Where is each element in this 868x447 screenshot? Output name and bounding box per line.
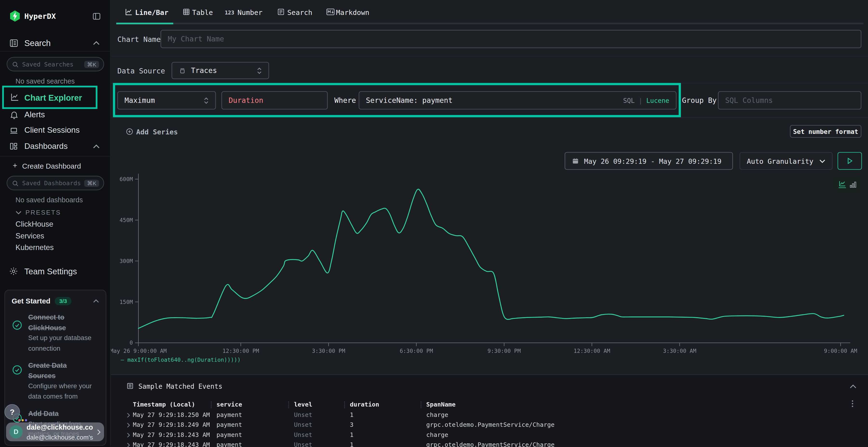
expand-row-icon[interactable] [127,413,130,418]
sidebar-item-search[interactable]: Search [24,38,51,47]
hyperdx-app: HyperDX Search Saved Searches ⌘K No save… [0,0,868,447]
preset-kubernetes[interactable]: Kubernetes [16,243,54,251]
search-icon [11,179,19,187]
svg-text:May 26 9:00:00 AM: May 26 9:00:00 AM [110,348,167,354]
checklist-item-data-sources[interactable]: Create Data Sources Configure where your… [11,360,99,401]
sample-events-panel: Sample Matched Events Timestamp (Local) … [111,374,868,447]
where-label: Where [334,96,356,104]
column-header-service[interactable]: service [217,401,242,408]
tab-table[interactable]: Table [192,8,213,16]
metric-value: Duration [228,96,263,104]
plus-circle-icon [126,128,133,135]
select-caret-icon [204,97,209,104]
metric-field[interactable]: Duration [221,91,328,110]
language-toggle-lucene[interactable]: Lucene [646,97,669,104]
granularity-value: Auto Granularity [747,157,819,165]
svg-text:3:30:00 AM: 3:30:00 AM [663,348,696,354]
cell-service: payment [217,441,242,447]
presets-section-label[interactable]: PRESETS [26,209,61,216]
saved-searches-input[interactable]: Saved Searches ⌘K [7,57,104,71]
no-saved-searches-text: No saved searches [16,77,75,85]
cell-timestamp: May 27 9:29:18.243 AM [133,441,210,447]
avatar: D [9,425,23,439]
sidebar-item-client-sessions[interactable]: Client Sessions [24,126,80,134]
where-input[interactable]: ServiceName: payment SQL | Lucene [359,91,677,110]
checklist-title: Add Data [28,410,59,417]
cell-spanname: charge [426,411,448,419]
data-source-select[interactable]: Traces [172,62,269,79]
saved-dashboards-input[interactable]: Saved Dashboards ⌘K [7,176,104,190]
aggregation-select[interactable]: Maximum [117,91,216,110]
database-icon [179,67,186,74]
date-range-value: May 26 09:29:19 - May 27 09:29:19 [584,157,721,165]
dashboards-icon [9,142,18,151]
saved-dashboards-placeholder: Saved Dashboards [22,179,81,187]
svg-text:0: 0 [129,340,133,346]
svg-text:450M: 450M [120,217,133,223]
set-number-format-button[interactable]: Set number format [790,125,861,138]
cell-timestamp: May 27 9:29:18.250 AM [133,411,210,419]
confetti-icon [18,419,27,421]
column-header-level[interactable]: level [294,401,312,408]
column-separator[interactable] [288,402,289,408]
collapse-panel-icon[interactable] [850,384,857,389]
kebab-menu-icon[interactable] [851,400,854,408]
tab-underline-active [116,23,173,24]
chevron-up-icon[interactable] [93,299,99,303]
collapse-sidebar-icon[interactable] [92,11,101,21]
divider [111,83,868,83]
column-separator[interactable] [211,402,212,408]
data-source-label: Data Source [117,67,165,75]
check-circle-icon [11,319,23,353]
column-header-duration[interactable]: duration [350,401,379,408]
set-number-format-label: Set number format [793,128,858,135]
group-by-input[interactable] [718,91,862,110]
bell-icon [9,110,19,119]
tab-markdown[interactable]: Markdown [336,8,369,16]
chevron-up-icon[interactable] [93,144,100,148]
checklist-title: Create Data Sources [28,362,67,380]
expand-row-icon[interactable] [127,442,130,447]
checklist-item-connect[interactable]: Connect to ClickHouse Set up your databa… [11,312,99,353]
tab-search[interactable]: Search [287,8,312,16]
timeseries-chart[interactable]: 0150M300M450M600MMay 26 9:00:00 AM12:30:… [111,166,863,359]
search-tab-icon [277,8,285,16]
chevron-down-icon [819,159,825,163]
chevron-down-icon[interactable] [16,211,22,215]
expand-row-icon[interactable] [127,422,130,428]
checklist-title: Connect to ClickHouse [28,314,66,332]
sidebar-item-team-settings[interactable]: Team Settings [24,267,77,276]
divider [0,156,111,156]
user-menu[interactable]: D dale@clickhouse.com dale@clickhouse.co… [6,422,104,441]
chart-line-icon [10,92,19,102]
language-toggle-sql[interactable]: SQL [623,97,635,104]
chart-name-input[interactable] [161,30,862,48]
sample-events-title: Sample Matched Events [138,383,222,390]
aggregation-value: Maximum [125,96,204,104]
preset-services[interactable]: Services [16,232,44,240]
expand-row-icon[interactable] [127,432,130,438]
cell-level: Unset [294,441,312,447]
cell-duration: 1 [350,431,353,439]
list-icon [126,382,134,390]
cell-spanname: grpc.oteldemo.PaymentService/Charge [426,421,555,428]
svg-text:6:30:00 PM: 6:30:00 PM [400,348,433,354]
column-separator[interactable] [421,402,421,408]
app-title: HyperDX [24,11,56,21]
sidebar-item-alerts[interactable]: Alerts [24,110,45,119]
sidebar-item-dashboards[interactable]: Dashboards [24,142,68,150]
add-series-button[interactable]: Add Series [136,128,178,136]
svg-text:9:00:00 AM: 9:00:00 AM [824,348,857,354]
column-separator[interactable] [344,402,345,408]
sidebar-item-chart-explorer[interactable]: Chart Explorer [24,93,82,102]
chart-legend[interactable]: — maxIf(toFloat640..ng(Duration))))) [121,357,241,363]
help-button[interactable]: ? [4,404,20,419]
create-dashboard-button[interactable]: Create Dashboard [22,162,81,170]
tab-number[interactable]: Number [238,8,262,16]
preset-clickhouse[interactable]: ClickHouse [16,220,53,228]
chevron-up-icon[interactable] [93,41,100,45]
column-header-spanname[interactable]: SpanName [426,401,456,408]
tab-line-bar[interactable]: Line/Bar [135,8,168,16]
checklist-desc: Configure where your data comes from [28,382,92,400]
column-header-timestamp[interactable]: Timestamp (Local) [133,401,195,408]
